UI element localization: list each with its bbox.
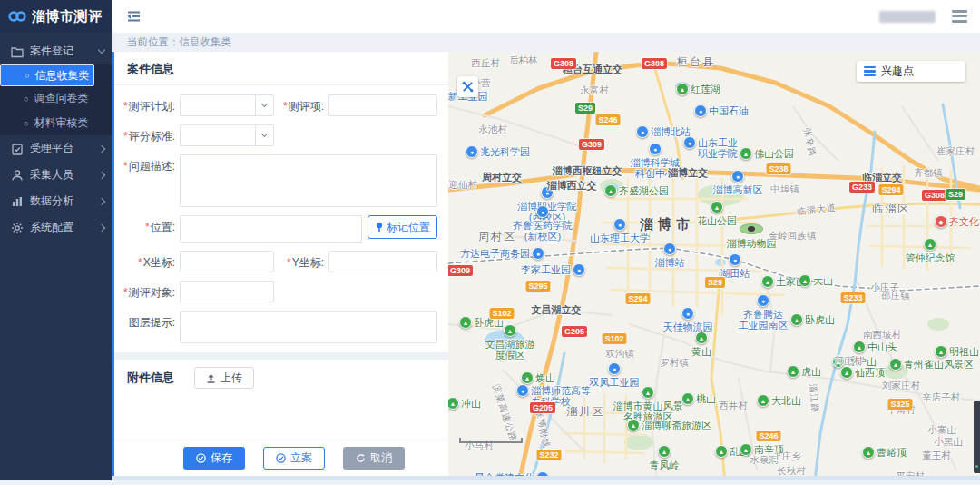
poi-dot-blue: ●: [536, 205, 549, 218]
poi-dot-blue: ●: [663, 242, 676, 255]
map-text-label: 永池村: [478, 124, 507, 136]
map-text-label: 临淄大道: [796, 202, 837, 219]
map-poi-label: 齐文化博物馆: [949, 216, 980, 227]
road-badge: G308: [922, 190, 947, 201]
poi-dot-green: ▲: [924, 238, 936, 251]
map-canvas[interactable]: ▲花山公园▲齐盛湖公园▲佛山公园▲红莲湖▲土家山▲大山▲卧虎山▲文昌湖旅游度假区…: [448, 52, 980, 476]
username-redacted[interactable]: [879, 11, 936, 23]
sidebar-subitem-label: 信息收集类: [34, 68, 89, 84]
map-poi-label: 大山: [813, 275, 833, 286]
map-poi-label: 山东工业职业学院: [698, 137, 738, 159]
poi-dot-blue: ●: [532, 247, 544, 260]
sidebar: 淄博市测评 案件登记○信息收集类○调查问卷类○材料审核类受理平台采集人员数据分析…: [0, 0, 112, 480]
breadcrumb-prefix: 当前位置：: [127, 35, 180, 49]
x-coordinate-input[interactable]: [180, 251, 274, 272]
map-tool-button[interactable]: [457, 76, 478, 97]
road-badge: S294: [878, 184, 903, 195]
map-text-label: 河庄村: [834, 355, 863, 368]
sidebar-subitem[interactable]: ○信息收集类: [0, 64, 94, 86]
road-badge: S29: [575, 103, 595, 114]
check-circle-icon: [196, 453, 206, 463]
map-poi-label: 山东理工大学: [590, 233, 650, 243]
map-text-label: 淄博西枢纽立交: [553, 164, 622, 178]
sidebar-item-gear[interactable]: 系统配置: [0, 214, 112, 241]
road-badge: G233: [849, 182, 875, 193]
poi-dot-blue: ●: [613, 218, 626, 231]
cancel-button[interactable]: 取消: [343, 447, 405, 470]
poi-dot-blue: ●: [683, 136, 696, 149]
field-label-location: *位置:: [118, 215, 180, 235]
bullet-icon: ○: [24, 119, 28, 128]
mark-location-button[interactable]: 标记位置: [368, 215, 437, 239]
app-window: 淄博市测评 案件登记○信息收集类○调查问卷类○材料审核类受理平台采集人员数据分析…: [0, 0, 980, 485]
map-text-label: 小寨山: [927, 424, 956, 437]
sidebar-item-label: 数据分析: [30, 193, 99, 209]
map-poi-label: 曹峪顶: [877, 447, 906, 458]
file-case-button[interactable]: 立案: [263, 447, 325, 470]
poi-dot-blue: ●: [731, 170, 744, 183]
sidebar-item-folder[interactable]: 案件登记: [0, 38, 112, 64]
field-label-plan: *测评计划:: [118, 94, 180, 114]
map-text-label: 滨莱高速公路: [489, 382, 520, 443]
collapse-menu-icon[interactable]: [124, 8, 142, 25]
poi-dot-blue: ●: [608, 362, 621, 375]
map-poi-label: 文昌湖旅游度假区: [485, 339, 535, 361]
sidebar-item-platform[interactable]: 受理平台: [0, 135, 112, 162]
refresh-icon: [356, 453, 366, 463]
map-text-label: 双沟镇: [605, 348, 634, 361]
map-text-label: 刘家庄村: [882, 380, 920, 392]
poi-layer-panel[interactable]: 兴趣点: [857, 61, 965, 82]
poi-dot-blue: ●: [757, 294, 769, 307]
plan-select[interactable]: [180, 94, 274, 116]
hamburger-menu-icon[interactable]: [952, 10, 967, 23]
layer-tip-textarea[interactable]: [180, 311, 437, 343]
save-button[interactable]: 保存: [183, 447, 245, 470]
map-poi-label: 齐鲁医药学院(新校区): [513, 220, 573, 242]
y-coordinate-input[interactable]: [328, 251, 437, 272]
sidebar-subitem[interactable]: ○调查问卷类: [0, 86, 112, 111]
problem-desc-textarea[interactable]: [180, 154, 437, 207]
chevron-down-icon: [255, 95, 273, 115]
platform-icon: [11, 143, 24, 155]
poi-dot-blue: ●: [729, 253, 741, 266]
poi-dot-blue: ●: [516, 384, 529, 397]
map-poi-label: 管仲纪念馆: [906, 252, 956, 263]
field-label-desc: *问题描述:: [118, 154, 180, 174]
sidebar-item-people[interactable]: 采集人员: [0, 162, 112, 188]
target-input[interactable]: [180, 281, 274, 302]
breadcrumb-current: 信息收集类: [180, 35, 232, 49]
chevron-right-icon: [98, 223, 105, 231]
poi-dot-blue: ●: [649, 143, 662, 155]
map-poi-label: 黄山: [691, 346, 711, 357]
poi-dot-blue: ●: [536, 471, 549, 476]
standard-select[interactable]: [180, 124, 274, 146]
form-actions: 保存 立案: [114, 440, 448, 476]
map-poi-label: 中国石油: [709, 105, 749, 116]
location-input[interactable]: [180, 215, 362, 242]
poi-dot-green: ▲: [504, 324, 516, 337]
poi-dot-green: ▲: [935, 345, 947, 358]
upload-button[interactable]: 上传: [194, 367, 254, 389]
map-poi-label: 红莲湖: [691, 84, 720, 94]
poi-dot-green: ▲: [799, 274, 811, 287]
map-text-label: 中埠镇: [770, 183, 799, 196]
poi-dot-green: ▲: [757, 394, 769, 407]
map-poi-label: 淄博聊斋旅游区: [642, 420, 711, 431]
poi-dot-green: ▲: [740, 147, 752, 160]
map-poi-label: 花山公园: [697, 215, 737, 226]
poi-dot-green: ▲: [790, 313, 803, 326]
sidebar-item-chart[interactable]: 数据分析: [0, 188, 112, 214]
sidebar-subitem[interactable]: ○材料审核类: [0, 111, 112, 135]
sidebar-item-label: 系统配置: [30, 220, 99, 235]
field-label-layer: 图层提示:: [118, 311, 180, 331]
field-label-target: *测评对象:: [118, 281, 180, 301]
item-input[interactable]: [328, 94, 437, 116]
app-title: 淄博市测评: [32, 8, 103, 25]
map-poi-label: 虎山: [801, 366, 821, 377]
map-text-label: 崔家庄村: [936, 145, 975, 158]
poi-dot-green: ▲: [521, 371, 534, 384]
poi-dot-green: ▲: [459, 316, 472, 329]
app-logo-row: 淄博市测评: [0, 0, 112, 33]
map-side-control[interactable]: [974, 401, 980, 473]
poi-dot-blue: ●: [694, 104, 707, 117]
